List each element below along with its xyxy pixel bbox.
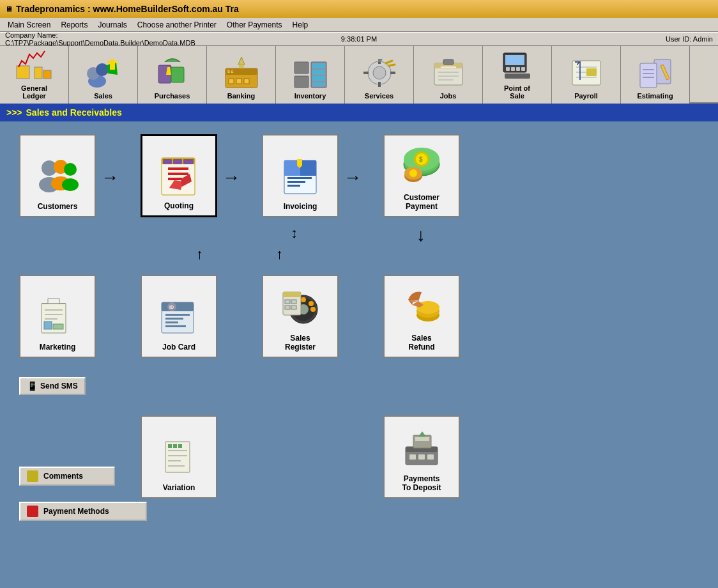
toolbar-banking[interactable]: $ £ Banking: [207, 46, 276, 104]
menu-item-choose-printer[interactable]: Choose another Printer: [132, 19, 222, 31]
sales-refund-label: SalesRefund: [408, 334, 434, 352]
svg-point-110: [309, 301, 314, 306]
title-bar: 🖥 Tradepronamics : www.HomeBuilderSoft.c…: [0, 0, 718, 18]
svg-rect-126: [168, 444, 172, 448]
svg-point-109: [301, 297, 306, 302]
toolbar-point-of-sale-label: Point ofSale: [504, 84, 530, 100]
toolbar-general-ledger-label: GeneralLedger: [21, 84, 47, 100]
customers-icon: [35, 153, 80, 198]
section-title: Sales and Receivables: [26, 107, 122, 118]
svg-rect-78: [287, 185, 300, 187]
svg-rect-67: [168, 173, 188, 175]
menu-item-help[interactable]: Help: [287, 19, 314, 31]
toolbar-jobs[interactable]: Jobs: [414, 46, 483, 104]
svg-rect-14: [244, 79, 249, 84]
invoicing-label: Invoicing: [284, 202, 317, 211]
customer-payment-label: CustomerPayment: [404, 193, 439, 211]
module-sales-refund[interactable]: SalesRefund: [383, 275, 460, 358]
toolbar-services-label: Services: [365, 92, 393, 100]
svg-rect-0: [17, 66, 29, 79]
svg-text:ID: ID: [169, 305, 174, 309]
svg-rect-113: [283, 292, 301, 297]
main-content: Customers → Quoting →: [0, 121, 718, 588]
svg-rect-132: [418, 454, 425, 460]
svg-rect-38: [443, 59, 454, 65]
invoicing-icon: [278, 153, 323, 198]
jobs-icon: [428, 55, 469, 91]
module-sales-register[interactable]: SalesRegister: [262, 275, 339, 358]
payment-methods-button[interactable]: Payment Methods: [19, 502, 147, 521]
arrow-invoicing-updown: ↕: [291, 225, 298, 242]
quoting-label: Quoting: [164, 201, 194, 210]
svg-marker-97: [42, 298, 66, 304]
svg-rect-102: [165, 318, 183, 320]
estimating-icon: [635, 55, 676, 91]
marketing-label: Marketing: [40, 343, 76, 352]
svg-line-32: [388, 65, 395, 66]
send-sms-icon: 📱: [27, 381, 38, 391]
variation-label: Variation: [163, 483, 195, 492]
module-job-card[interactable]: ID Job Card: [141, 275, 217, 358]
svg-rect-18: [294, 62, 309, 74]
svg-rect-72: [173, 159, 182, 164]
send-sms-button[interactable]: 📱 Send SMS: [19, 377, 86, 395]
svg-rect-95: [44, 321, 52, 329]
user-id: User ID: Admin: [477, 35, 713, 43]
svg-rect-41: [505, 55, 524, 65]
toolbar-point-of-sale[interactable]: Point ofSale: [483, 46, 552, 104]
svg-rect-19: [294, 76, 309, 88]
comments-icon: [27, 470, 38, 482]
menu-item-main-screen[interactable]: Main Screen: [3, 19, 56, 31]
point-of-sale-icon: [497, 47, 538, 83]
variation-icon: [157, 435, 201, 479]
svg-rect-76: [287, 177, 312, 179]
comments-button[interactable]: Comments: [19, 467, 115, 486]
svg-point-63: [62, 178, 79, 191]
menu-item-reports[interactable]: Reports: [56, 19, 93, 31]
module-variation[interactable]: Variation: [141, 415, 217, 499]
win-icon: 🖥: [5, 5, 12, 13]
toolbar-payroll-label: Payroll: [574, 92, 598, 100]
module-payments-to-deposit[interactable]: PaymentsTo Deposit: [383, 415, 460, 499]
module-invoicing[interactable]: Invoicing: [262, 134, 339, 217]
toolbar-services[interactable]: Services: [345, 46, 414, 104]
svg-rect-23: [312, 76, 325, 81]
svg-rect-12: [229, 79, 234, 84]
toolbar-purchases[interactable]: Purchases: [138, 46, 207, 104]
module-customers[interactable]: Customers: [19, 134, 96, 217]
svg-rect-103: [165, 321, 178, 323]
menu-item-other-payments[interactable]: Other Payments: [222, 19, 287, 31]
payroll-icon: ✓: [566, 55, 607, 91]
send-sms-label: Send SMS: [40, 382, 78, 391]
svg-point-90: [409, 169, 417, 177]
module-marketing[interactable]: Marketing: [19, 275, 96, 358]
svg-rect-30: [390, 72, 395, 74]
svg-rect-114: [285, 300, 290, 304]
svg-rect-29: [363, 72, 369, 74]
toolbar-sales[interactable]: Sales: [69, 46, 138, 104]
module-customer-payment[interactable]: $ CustomerPayment: [383, 134, 460, 217]
toolbar-banking-label: Banking: [227, 92, 255, 100]
svg-rect-9: [171, 67, 184, 82]
toolbar-estimating[interactable]: Estimating: [621, 46, 690, 104]
module-quoting[interactable]: Quoting: [141, 134, 217, 217]
arrow-invoicing-to-customer-payment: →: [344, 167, 362, 188]
toolbar-general-ledger[interactable]: GeneralLedger: [0, 46, 69, 104]
svg-point-26: [373, 66, 386, 79]
toolbar-inventory[interactable]: Inventory: [276, 46, 345, 104]
sales-icon: [83, 55, 124, 91]
svg-rect-54: [640, 63, 657, 88]
company-path: Company Name: C:\TP7\Package\Support\Dem…: [5, 31, 241, 47]
svg-point-62: [64, 163, 77, 176]
inventory-icon: [290, 55, 331, 91]
current-time: 9:38:01 PM: [241, 35, 477, 43]
svg-text:✓: ✓: [576, 61, 580, 66]
svg-rect-127: [173, 444, 177, 448]
svg-rect-80: [300, 160, 316, 176]
svg-point-111: [310, 307, 316, 312]
svg-rect-135: [415, 437, 429, 441]
toolbar-payroll[interactable]: ✓ Payroll: [552, 46, 621, 104]
toolbar-jobs-label: Jobs: [440, 92, 457, 100]
toolbar-purchases-label: Purchases: [155, 92, 190, 100]
menu-item-journals[interactable]: Journals: [93, 19, 132, 31]
